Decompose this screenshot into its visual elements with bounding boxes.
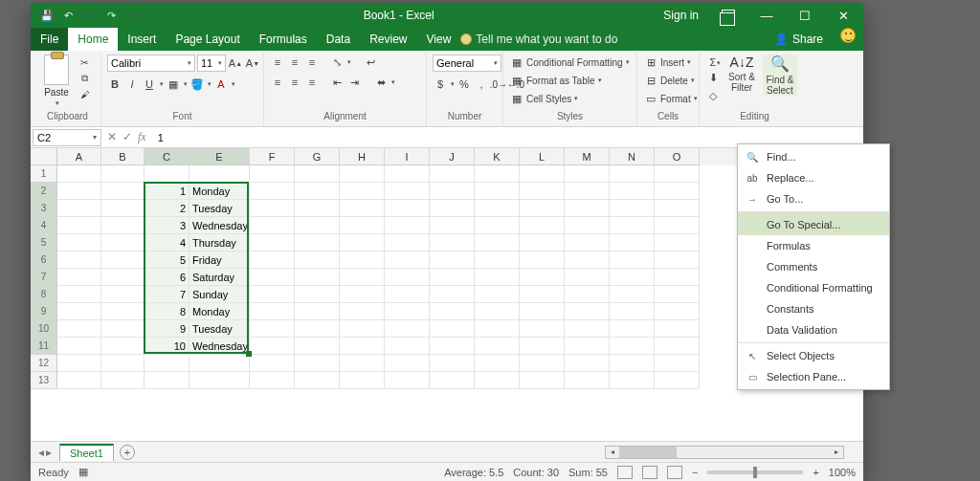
cell-B12[interactable] [101, 355, 145, 372]
insert-cells-button[interactable]: ⊞Insert▾ [643, 55, 691, 70]
cell-B4[interactable] [101, 217, 145, 234]
enter-formula-icon[interactable]: ✓ [122, 130, 132, 144]
cell-K11[interactable] [475, 338, 520, 355]
cell-E2[interactable]: Monday [189, 183, 250, 200]
cell-I13[interactable] [385, 372, 430, 389]
cell-C10[interactable]: 9 [145, 320, 189, 338]
cell-H4[interactable] [340, 217, 385, 234]
cell-F1[interactable] [250, 165, 295, 183]
indent-decrease-icon[interactable]: ⇤ [329, 75, 345, 90]
cell-K5[interactable] [475, 234, 520, 251]
cell-F12[interactable] [250, 355, 295, 372]
cell-H11[interactable] [340, 338, 385, 355]
horizontal-scrollbar[interactable]: ◂ ▸ [605, 446, 844, 459]
undo-dropdown-icon[interactable]: ▾ [81, 7, 99, 24]
save-icon[interactable]: 💾 [38, 7, 56, 24]
wrap-text-icon[interactable]: ↩ [363, 55, 378, 70]
cell-J7[interactable] [430, 269, 475, 286]
cell-G13[interactable] [295, 372, 340, 389]
sheet-tab-sheet1[interactable]: Sheet1 [59, 444, 114, 461]
cell-E10[interactable]: Tuesday [189, 320, 250, 338]
cell-J10[interactable] [430, 320, 475, 338]
cell-I7[interactable] [385, 269, 430, 286]
delete-cells-button[interactable]: ⊟Delete▾ [643, 73, 695, 88]
tell-me-search[interactable]: Tell me what you want to do [460, 28, 765, 51]
tab-insert[interactable]: Insert [118, 28, 166, 51]
cell-M12[interactable] [565, 355, 610, 372]
cell-G11[interactable] [295, 338, 340, 355]
cell-L8[interactable] [520, 286, 565, 303]
scroll-left-icon[interactable]: ◂ [606, 447, 619, 458]
tab-data[interactable]: Data [317, 28, 360, 51]
formula-input[interactable]: 1 [152, 132, 863, 143]
cell-E1[interactable] [189, 165, 250, 183]
col-header-J[interactable]: J [430, 148, 475, 165]
cell-E6[interactable]: Friday [189, 251, 250, 269]
cell-N1[interactable] [610, 165, 655, 183]
orientation-icon[interactable]: ⤡ [329, 55, 345, 70]
cell-N8[interactable] [610, 286, 655, 303]
cell-I8[interactable] [385, 286, 430, 303]
cell-E8[interactable]: Sunday [189, 286, 250, 303]
cell-A2[interactable] [57, 183, 101, 200]
cell-F11[interactable] [250, 338, 295, 355]
cell-A1[interactable] [57, 165, 101, 183]
cell-F7[interactable] [250, 269, 295, 286]
cell-H8[interactable] [340, 286, 385, 303]
cell-M2[interactable] [565, 183, 610, 200]
cell-F9[interactable] [250, 303, 295, 320]
cell-G6[interactable] [295, 251, 340, 269]
cell-N3[interactable] [610, 200, 655, 217]
cell-J8[interactable] [430, 286, 475, 303]
cell-M10[interactable] [565, 320, 610, 338]
row-header-8[interactable]: 8 [31, 286, 57, 303]
maximize-button[interactable]: ☐ [789, 3, 821, 28]
view-layout-icon[interactable] [642, 466, 657, 479]
add-sheet-button[interactable]: + [120, 445, 135, 460]
paste-button[interactable]: Paste ▾ [40, 55, 73, 107]
fill-color-icon[interactable]: 🪣 [189, 77, 205, 92]
cell-G4[interactable] [295, 217, 340, 234]
view-normal-icon[interactable] [617, 466, 633, 479]
cell-N5[interactable] [610, 234, 655, 251]
cell-A3[interactable] [57, 200, 101, 217]
border-icon[interactable]: ▦ [166, 77, 181, 92]
cancel-formula-icon[interactable]: ✕ [107, 130, 117, 144]
smiley-feedback-icon[interactable] [840, 28, 856, 43]
cell-G5[interactable] [295, 234, 340, 251]
cell-O9[interactable] [655, 303, 700, 320]
cell-B2[interactable] [101, 183, 145, 200]
cell-C12[interactable] [145, 355, 189, 372]
cell-J6[interactable] [430, 251, 475, 269]
cell-A12[interactable] [57, 355, 101, 372]
cell-J3[interactable] [430, 200, 475, 217]
cell-M1[interactable] [565, 165, 610, 183]
cell-C2[interactable]: 1 [145, 183, 189, 200]
col-header-B[interactable]: B [101, 148, 145, 165]
font-size-combo[interactable]: 11▾ [197, 55, 226, 72]
cell-L2[interactable] [520, 183, 565, 200]
cell-A7[interactable] [57, 269, 101, 286]
cell-M6[interactable] [565, 251, 610, 269]
col-header-C[interactable]: C [145, 148, 189, 165]
col-header-O[interactable]: O [655, 148, 700, 165]
align-center-icon[interactable]: ≡ [287, 75, 302, 90]
align-bottom-icon[interactable]: ≡ [304, 55, 320, 70]
format-cells-button[interactable]: ▭Format▾ [643, 91, 698, 106]
tab-file[interactable]: File [31, 28, 68, 51]
cell-E13[interactable] [189, 372, 250, 389]
cell-B5[interactable] [101, 234, 145, 251]
cell-L4[interactable] [520, 217, 565, 234]
indent-increase-icon[interactable]: ⇥ [346, 75, 362, 90]
cell-B11[interactable] [101, 338, 145, 355]
cell-A10[interactable] [57, 320, 101, 338]
align-left-icon[interactable]: ≡ [270, 75, 285, 90]
cell-O2[interactable] [655, 183, 700, 200]
cell-B10[interactable] [101, 320, 145, 338]
cell-E7[interactable]: Saturday [189, 269, 250, 286]
cell-L1[interactable] [520, 165, 565, 183]
col-header-F[interactable]: F [250, 148, 295, 165]
fx-icon[interactable]: fx [138, 130, 146, 144]
row-header-13[interactable]: 13 [31, 372, 57, 389]
shrink-font-icon[interactable]: A▼ [245, 55, 260, 71]
